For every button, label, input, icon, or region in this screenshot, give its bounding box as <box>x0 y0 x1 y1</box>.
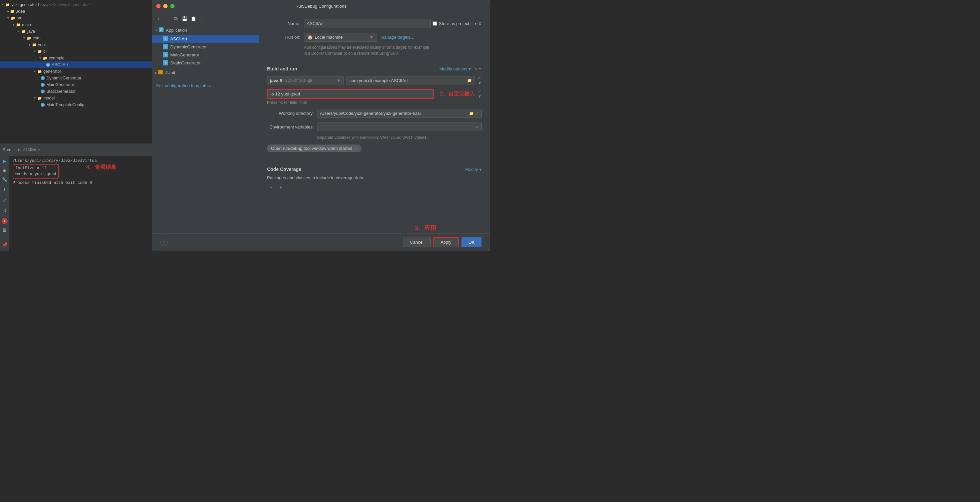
env-vars-inner: Environment variables: ⤢ <box>267 122 482 131</box>
run-tab[interactable]: ASCIIArt × <box>13 146 44 154</box>
svg-text:C: C <box>42 83 44 86</box>
help-button[interactable]: ? <box>160 239 167 246</box>
modify-options-link[interactable]: Modify options <box>439 67 467 71</box>
asciart-file[interactable]: C ASCIIArt <box>0 61 154 68</box>
divider-2 <box>267 163 482 163</box>
store-project-checkbox[interactable] <box>433 21 437 26</box>
args-expand-btn[interactable]: ⤢ <box>478 89 482 94</box>
args-more-btn[interactable]: ▼ <box>478 94 482 99</box>
env-vars-expand-icon[interactable]: ⤢ <box>475 124 479 129</box>
working-dir-value: /Users/yupi/Code/yuzi-generator/yuzi-gen… <box>320 111 421 116</box>
window-max-btn[interactable] <box>170 4 175 8</box>
copy-config-btn[interactable]: ⧉ <box>172 15 180 22</box>
com-folder[interactable]: ▼ 📁 com <box>0 35 154 41</box>
tree-root[interactable]: ▼ 📁 yuzi-generator-basic ~/Code/yuzi-gen… <box>0 2 154 8</box>
generator-icon: 📁 <box>37 69 42 74</box>
main-gen-label: MainGenerator <box>46 83 74 87</box>
root-arrow: ▼ <box>2 3 4 6</box>
window-close-btn[interactable] <box>156 4 161 8</box>
store-settings-icon[interactable]: ⚙ <box>478 21 482 26</box>
output-line-1: /Users/yupi/Library/Java/JavaVirtua <box>13 158 150 164</box>
coverage-plus-btn[interactable]: + <box>277 184 285 191</box>
run-tool-btn[interactable]: 🔧 <box>1 176 8 183</box>
cli-folder[interactable]: ▼ 📁 cli <box>0 48 154 55</box>
application-group-header[interactable]: ▼ A Application <box>152 26 259 35</box>
run-on-dropdown-icon: ▼ <box>369 35 374 40</box>
main-config-icon: A <box>163 52 168 57</box>
application-group: ▼ A Application A ASCIIArt <box>152 25 259 67</box>
working-dir-folder-icon[interactable]: 📁 <box>469 111 474 116</box>
example-folder[interactable]: ▼ 📁 example <box>0 55 154 61</box>
run-on-hint: Run configurations may be executed local… <box>304 44 482 56</box>
manage-targets-link[interactable]: Manage targets... <box>380 35 414 40</box>
asciart-icon: C <box>45 62 51 67</box>
yupi-folder[interactable]: ▼ 📁 yupi <box>0 41 154 48</box>
window-min-btn[interactable] <box>163 4 167 8</box>
main-icon: 📁 <box>16 22 21 27</box>
working-dir-expand-icon[interactable]: ⤢ <box>475 111 479 116</box>
src-folder[interactable]: ▼ 📁 src <box>0 15 154 21</box>
template-config-icon: C <box>40 102 45 108</box>
run-play-btn[interactable]: ▶ <box>1 157 8 165</box>
run-pin-btn[interactable]: 📌 <box>1 241 8 248</box>
add-config-btn[interactable]: + <box>155 15 162 22</box>
env-vars-field[interactable]: ⤢ <box>317 122 482 131</box>
svg-text:A: A <box>160 28 162 31</box>
main-class-expand-btn[interactable]: ⤢ <box>478 75 482 80</box>
remove-config-btn[interactable]: − <box>164 15 171 22</box>
coverage-minus-btn[interactable]: − <box>267 184 274 191</box>
static-gen-file[interactable]: C StaticGenerator <box>0 88 154 95</box>
config-item-dynamic[interactable]: A DynamicGenerator <box>152 43 259 51</box>
code-coverage-section: Code Coverage Modify ▾ Packages and clas… <box>267 167 482 191</box>
more-config-btn[interactable]: ⋮ <box>198 15 205 22</box>
model-folder[interactable]: ▼ 📁 model <box>0 95 154 102</box>
main-class-folder-icon[interactable]: 📁 <box>467 78 472 83</box>
working-dir-field: /Users/yupi/Code/yuzi-generator/yuzi-gen… <box>317 109 482 118</box>
static-config-icon: A <box>163 60 168 65</box>
env-vars-label: Environment variables: <box>267 124 314 130</box>
edit-templates-link[interactable]: Edit configuration templates... <box>156 83 213 88</box>
template-config-file[interactable]: C MainTemplateConfig <box>0 102 154 108</box>
config-item-static[interactable]: A StaticGenerator <box>152 59 259 67</box>
junit-group-header[interactable]: ▶ J JUnit <box>152 68 259 77</box>
sdk-select[interactable]: java 8 SDK of 'yuzi-ge ▼ <box>267 76 344 85</box>
main-folder[interactable]: ▼ 📁 main <box>0 21 154 28</box>
sdk-dropdown-icon: ▼ <box>336 78 341 83</box>
run-on-select[interactable]: 🏠 Local machine ▼ <box>304 33 377 42</box>
save-config-btn[interactable]: 💾 <box>181 15 188 22</box>
cancel-button[interactable]: Cancel <box>403 237 430 247</box>
modify-coverage-link[interactable]: Modify <box>465 167 478 172</box>
config-sidebar: + − ⧉ 💾 📋 ⋮ ▼ A Application <box>152 12 259 233</box>
run-stop-btn[interactable]: ■ <box>1 167 8 174</box>
name-row: Name: <box>267 19 433 28</box>
svg-text:C: C <box>42 103 44 106</box>
run-print-btn[interactable]: 🖨 <box>1 207 8 214</box>
idea-folder[interactable]: ▶ 📁 .idea <box>0 8 154 15</box>
name-label: Name: <box>267 21 301 26</box>
ok-button[interactable]: OK <box>461 237 482 247</box>
svg-text:C: C <box>47 64 49 67</box>
program-args-input[interactable] <box>270 91 431 97</box>
open-tool-window-close[interactable]: × <box>355 146 358 151</box>
config-item-asciart[interactable]: A ASCIIArt <box>152 35 259 43</box>
apply-button[interactable]: Apply <box>433 237 459 247</box>
main-gen-file[interactable]: C MainGenerator <box>0 81 154 88</box>
generator-folder[interactable]: ▼ 📁 generator <box>0 68 154 75</box>
modify-options-container: Modify options ▾ ⌥M <box>439 67 482 71</box>
run-wrap-btn[interactable]: ⏎ <box>1 197 8 205</box>
config-item-main[interactable]: A MainGenerator <box>152 51 259 59</box>
run-on-label: Run on: <box>267 35 301 40</box>
com-icon: 📁 <box>26 35 32 41</box>
java-folder[interactable]: ▼ 📁 java <box>0 28 154 35</box>
paste-config-btn[interactable]: 📋 <box>189 15 197 22</box>
run-scroll-btn[interactable]: ↕ <box>1 185 8 192</box>
run-tab-close[interactable]: × <box>38 148 40 152</box>
name-input[interactable] <box>304 19 431 28</box>
main-class-more-btn[interactable]: ▼ <box>478 81 482 86</box>
run-clear-btn[interactable]: 🗑 <box>1 226 8 233</box>
config-asciart-label: ASCIIArt <box>170 37 187 41</box>
config-main: Name: Store as project file ⚙ Run on: 🏠 … <box>259 12 490 233</box>
dialog-title: Run/Debug Configurations <box>295 4 347 9</box>
junit-arrow: ▶ <box>155 71 157 75</box>
dynamic-gen-file[interactable]: C DynamicGenerator <box>0 75 154 81</box>
